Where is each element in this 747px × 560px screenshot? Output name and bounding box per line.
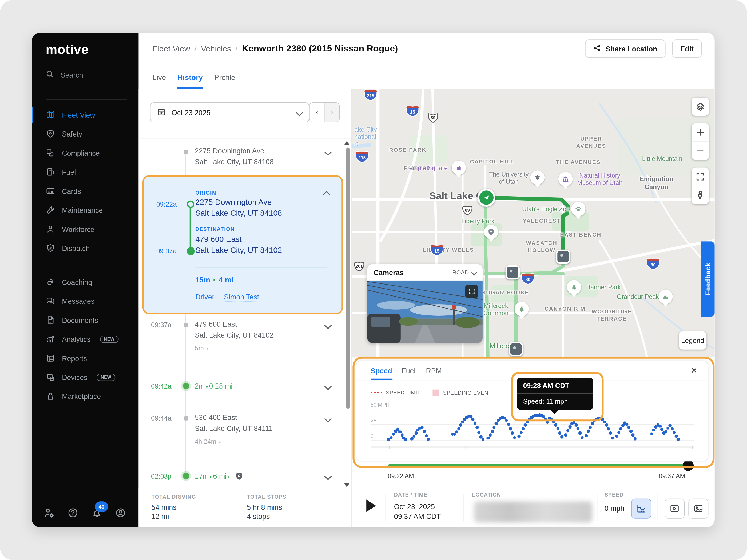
divider xyxy=(190,406,339,406)
sidebar-item-marketplace[interactable]: Marketplace xyxy=(32,387,139,406)
stop-marker[interactable] xyxy=(506,265,520,280)
speed-graph-toggle-button[interactable] xyxy=(631,499,651,519)
map-fullscreen-button[interactable] xyxy=(692,168,709,186)
expand-chevron-icon[interactable] xyxy=(325,473,332,480)
share-location-button[interactable]: Share Location xyxy=(585,39,665,58)
chart-tooltip: 09:28 AM CDT Speed: 11 mph xyxy=(517,378,593,410)
bell-icon[interactable]: 40 xyxy=(91,507,103,519)
sidebar-item-fuel[interactable]: Fuel xyxy=(32,162,139,181)
vehicle-location-marker[interactable] xyxy=(477,189,495,207)
search-icon xyxy=(46,70,54,80)
speed-data-point xyxy=(415,431,418,435)
pin-museum-poi-marker[interactable] xyxy=(558,172,573,186)
close-icon[interactable]: ✕ xyxy=(691,366,697,376)
user-gear-icon[interactable] xyxy=(43,507,55,519)
tab-live[interactable]: Live xyxy=(152,73,166,88)
playback-slider-handle[interactable] xyxy=(683,460,694,471)
expand-chevron-icon[interactable] xyxy=(325,322,332,329)
speed-data-point xyxy=(652,429,655,432)
collapse-chevron-icon[interactable] xyxy=(323,191,330,198)
zoom-out-button[interactable] xyxy=(692,141,709,160)
pin-paw-poi-marker[interactable] xyxy=(571,202,586,216)
playback-progress-bar[interactable] xyxy=(388,464,685,467)
playback-bar: DATE / TIME Oct 23, 202509:37 AM CDT LOC… xyxy=(356,488,707,527)
sidebar-item-documents[interactable]: Documents xyxy=(32,311,139,329)
scrollbar-up-arrow[interactable] xyxy=(344,141,350,145)
breadcrumb-fleet-view[interactable]: Fleet View xyxy=(152,44,190,54)
motive-logo: motive xyxy=(46,43,88,57)
expand-chevron-icon[interactable] xyxy=(325,415,332,423)
sidebar-item-maintenance[interactable]: Maintenance xyxy=(32,201,139,219)
edit-button[interactable]: Edit xyxy=(672,39,702,58)
sidebar-item-dispatch[interactable]: Dispatch xyxy=(32,239,139,258)
map-zoom-control xyxy=(692,123,709,160)
pin-mountain-poi-marker[interactable] xyxy=(659,290,673,304)
tab-rpm[interactable]: RPM xyxy=(426,367,442,375)
sidebar-item-fleet-view[interactable]: Fleet View xyxy=(32,105,139,124)
sidebar-item-messages[interactable]: Messages xyxy=(32,291,139,311)
sidebar-nav-primary: Fleet ViewSafetyComplianceFuelCardsMaint… xyxy=(32,105,139,258)
camera-fullscreen-button[interactable] xyxy=(465,285,478,298)
total-stops-time: 5 hr 8 mins xyxy=(247,503,282,511)
scrollbar-thumb[interactable] xyxy=(346,148,350,409)
sidebar-item-label: Dispatch xyxy=(62,244,89,252)
speed-data-point xyxy=(611,436,614,440)
search-input[interactable]: Search xyxy=(46,70,83,80)
previous-day-button[interactable]: ‹ xyxy=(310,103,324,122)
stop-marker[interactable] xyxy=(509,342,523,356)
dashcam-video-button[interactable] xyxy=(665,499,685,519)
speed-data-point xyxy=(491,430,494,433)
sidebar-item-coaching[interactable]: Coaching xyxy=(32,272,139,291)
play-button[interactable] xyxy=(366,500,376,512)
pin-castle-poi-marker[interactable] xyxy=(452,161,466,175)
sidebar-item-cards[interactable]: Cards xyxy=(32,181,139,200)
sidebar-item-devices[interactable]: DevicesNEW xyxy=(32,368,139,387)
trip-card-highlighted[interactable]: ORIGIN 09:22a 2275 Downington Ave Salt L… xyxy=(143,175,343,314)
map-legend-button[interactable]: Legend xyxy=(679,331,707,350)
driver-link[interactable]: Simon Test xyxy=(224,293,259,301)
drive-dot xyxy=(183,383,189,389)
expand-chevron-icon[interactable] xyxy=(325,383,332,390)
pin-tree-poi-marker[interactable] xyxy=(515,302,529,316)
help-icon[interactable] xyxy=(67,507,79,519)
scrollbar-down-arrow[interactable] xyxy=(344,483,350,487)
tab-speed[interactable]: Speed xyxy=(370,367,392,375)
sidebar-item-workforce[interactable]: Workforce xyxy=(32,219,139,238)
date-picker[interactable]: Oct 23 2025 xyxy=(150,102,309,123)
pin-tree-poi-marker[interactable] xyxy=(567,280,581,294)
speed-data-point xyxy=(457,427,461,430)
account-icon[interactable] xyxy=(115,507,127,519)
feedback-tab[interactable]: Feedback xyxy=(701,241,715,317)
pin-shield-poi-marker[interactable] xyxy=(484,225,498,239)
pin-school-poi-marker[interactable] xyxy=(530,170,544,185)
map[interactable]: ake City national rtROSE PARKUPPER AVENU… xyxy=(352,89,715,357)
breadcrumb-vehicles[interactable]: Vehicles xyxy=(201,44,231,54)
location-redacted-blur xyxy=(474,501,592,523)
speed-data-point xyxy=(617,431,621,434)
speed-data-point xyxy=(581,436,584,439)
speed-data-point xyxy=(554,424,557,427)
snapshot-image-button[interactable] xyxy=(688,499,708,519)
chat-icon xyxy=(46,296,55,306)
pegman-streetview-button[interactable] xyxy=(692,186,709,204)
tab-profile[interactable]: Profile xyxy=(214,73,235,88)
sidebar-item-safety[interactable]: Safety xyxy=(32,124,139,143)
stop-marker[interactable] xyxy=(556,249,570,264)
sidebar-item-reports[interactable]: Reports xyxy=(32,349,139,368)
camera-view-dropdown[interactable]: ROAD xyxy=(452,269,476,276)
sidebar-item-compliance[interactable]: Compliance xyxy=(32,143,139,162)
expand-chevron-icon[interactable] xyxy=(325,149,332,156)
tooltip-time: 09:28 AM CDT xyxy=(517,378,593,394)
sidebar-item-analytics[interactable]: AnalyticsNEW xyxy=(32,329,139,349)
zoom-in-button[interactable] xyxy=(692,123,709,141)
layers-button[interactable] xyxy=(692,98,709,116)
tab-history[interactable]: History xyxy=(177,73,203,88)
tab-fuel[interactable]: Fuel xyxy=(402,367,415,375)
date-picker-value: Oct 23 2025 xyxy=(172,108,291,116)
next-day-button[interactable]: › xyxy=(324,103,339,122)
shield-icon xyxy=(46,129,55,139)
speed-data-point xyxy=(492,426,496,429)
speed-data-point xyxy=(511,431,514,435)
speed-data-point xyxy=(410,437,413,441)
destination-dot xyxy=(187,247,195,255)
